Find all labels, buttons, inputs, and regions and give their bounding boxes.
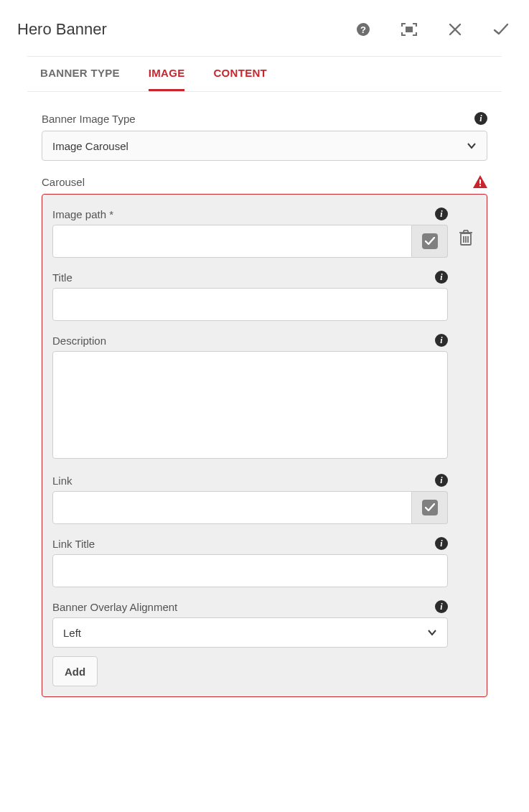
banner-image-type-value: Image Carousel: [52, 140, 128, 152]
dialog-title: Hero Banner: [17, 20, 107, 39]
svg-rect-5: [479, 179, 481, 184]
add-button[interactable]: Add: [52, 656, 98, 686]
info-icon[interactable]: i: [435, 600, 448, 613]
carousel-label: Carousel: [42, 176, 85, 188]
info-icon[interactable]: i: [435, 271, 448, 284]
alignment-value: Left: [63, 627, 81, 639]
tab-image[interactable]: IMAGE: [149, 67, 185, 91]
confirm-icon[interactable]: [493, 22, 509, 37]
info-icon[interactable]: i: [435, 537, 448, 550]
carousel-item: Image path * i: [52, 207, 477, 652]
info-icon[interactable]: i: [474, 112, 487, 125]
banner-image-type-select[interactable]: Image Carousel: [42, 131, 487, 161]
info-icon[interactable]: i: [435, 474, 448, 487]
carousel-multifield: Image path * i: [42, 194, 487, 697]
image-path-picker-button[interactable]: [412, 225, 448, 258]
title-input[interactable]: [52, 288, 448, 321]
tab-list: BANNER TYPE IMAGE CONTENT: [40, 57, 489, 91]
chevron-down-icon: [427, 627, 437, 638]
svg-rect-2: [406, 27, 413, 32]
close-icon[interactable]: [447, 22, 463, 37]
alignment-label: Banner Overlay Alignment: [52, 601, 177, 613]
tab-content[interactable]: CONTENT: [213, 67, 267, 91]
svg-text:?: ?: [360, 24, 366, 35]
header-actions: ?: [355, 22, 509, 37]
image-path-label: Image path *: [52, 208, 113, 220]
tab-banner-type[interactable]: BANNER TYPE: [40, 67, 120, 91]
check-icon: [422, 500, 438, 515]
fullscreen-icon[interactable]: [401, 22, 417, 37]
description-label: Description: [52, 335, 106, 347]
help-icon[interactable]: ?: [355, 22, 371, 37]
image-path-input[interactable]: [52, 225, 412, 258]
link-picker-button[interactable]: [412, 491, 448, 524]
alignment-select[interactable]: Left: [52, 617, 448, 648]
info-icon[interactable]: i: [435, 207, 448, 220]
warning-icon: [473, 175, 487, 188]
check-icon: [422, 233, 438, 249]
description-input[interactable]: [52, 351, 448, 459]
link-label: Link: [52, 475, 72, 487]
info-icon[interactable]: i: [435, 334, 448, 347]
chevron-down-icon: [467, 141, 477, 151]
svg-rect-6: [479, 185, 481, 187]
link-title-label: Link Title: [52, 538, 95, 550]
title-label: Title: [52, 271, 72, 284]
banner-image-type-label: Banner Image Type: [42, 113, 136, 125]
link-title-input[interactable]: [52, 554, 448, 587]
delete-item-button[interactable]: [458, 229, 477, 246]
link-input[interactable]: [52, 491, 412, 524]
